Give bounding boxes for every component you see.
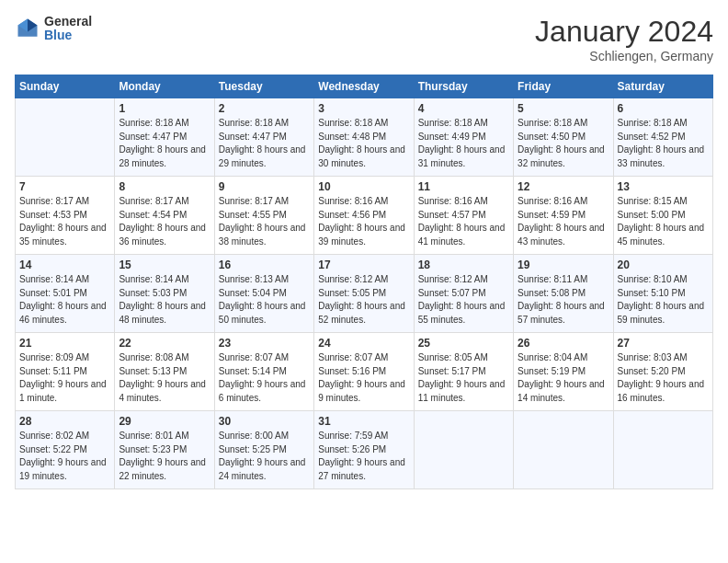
day-detail: Sunrise: 8:18 AMSunset: 4:52 PMDaylight:… — [618, 118, 705, 168]
day-number: 5 — [518, 102, 609, 115]
calendar-cell: 29Sunrise: 8:01 AMSunset: 5:23 PMDayligh… — [115, 411, 214, 489]
day-detail: Sunrise: 8:12 AMSunset: 5:05 PMDaylight:… — [318, 274, 405, 325]
calendar-cell: 3Sunrise: 8:18 AMSunset: 4:48 PMDaylight… — [314, 98, 414, 177]
day-number: 10 — [318, 180, 409, 193]
day-number: 2 — [219, 102, 310, 115]
calendar-table: SundayMondayTuesdayWednesdayThursdayFrid… — [15, 75, 713, 489]
day-number: 8 — [119, 180, 210, 193]
calendar-week-5: 28Sunrise: 8:02 AMSunset: 5:22 PMDayligh… — [16, 411, 713, 489]
title-area: January 2024 Schliengen, Germany — [535, 15, 713, 63]
day-detail: Sunrise: 8:17 AMSunset: 4:55 PMDaylight:… — [219, 196, 306, 247]
calendar-cell: 10Sunrise: 8:16 AMSunset: 4:56 PMDayligh… — [314, 177, 414, 255]
day-number: 20 — [618, 259, 709, 271]
calendar-cell — [16, 98, 115, 177]
calendar-cell: 24Sunrise: 8:07 AMSunset: 5:16 PMDayligh… — [314, 333, 414, 411]
calendar-cell: 1Sunrise: 8:18 AMSunset: 4:47 PMDaylight… — [115, 98, 214, 177]
day-number: 12 — [518, 180, 609, 193]
day-detail: Sunrise: 8:13 AMSunset: 5:04 PMDaylight:… — [219, 274, 306, 325]
day-number: 1 — [119, 102, 210, 115]
calendar-cell: 21Sunrise: 8:09 AMSunset: 5:11 PMDayligh… — [16, 333, 115, 411]
calendar-cell: 7Sunrise: 8:17 AMSunset: 4:53 PMDaylight… — [16, 177, 115, 255]
day-number: 13 — [618, 180, 709, 193]
calendar-cell: 27Sunrise: 8:03 AMSunset: 5:20 PMDayligh… — [613, 333, 712, 411]
header-cell-monday: Monday — [115, 75, 214, 98]
day-detail: Sunrise: 8:16 AMSunset: 4:57 PMDaylight:… — [418, 196, 506, 247]
day-detail: Sunrise: 8:15 AMSunset: 5:00 PMDaylight:… — [618, 196, 705, 247]
day-detail: Sunrise: 8:14 AMSunset: 5:03 PMDaylight:… — [119, 274, 206, 325]
calendar-cell — [613, 411, 712, 489]
calendar-cell: 20Sunrise: 8:10 AMSunset: 5:10 PMDayligh… — [613, 255, 712, 333]
calendar-cell: 11Sunrise: 8:16 AMSunset: 4:57 PMDayligh… — [414, 177, 513, 255]
day-detail: Sunrise: 8:03 AMSunset: 5:20 PMDaylight:… — [618, 352, 705, 403]
day-detail: Sunrise: 8:07 AMSunset: 5:16 PMDaylight:… — [318, 352, 405, 403]
day-number: 7 — [19, 180, 110, 193]
day-number: 15 — [119, 259, 210, 271]
header: General Blue January 2024 Schliengen, Ge… — [15, 15, 713, 63]
logo: General Blue — [15, 15, 92, 43]
day-number: 6 — [618, 102, 709, 115]
calendar-cell: 31Sunrise: 7:59 AMSunset: 5:26 PMDayligh… — [314, 411, 414, 489]
calendar-cell: 18Sunrise: 8:12 AMSunset: 5:07 PMDayligh… — [414, 255, 513, 333]
calendar-cell: 16Sunrise: 8:13 AMSunset: 5:04 PMDayligh… — [214, 255, 313, 333]
day-detail: Sunrise: 8:17 AMSunset: 4:53 PMDaylight:… — [19, 196, 107, 247]
day-number: 9 — [219, 180, 310, 193]
day-detail: Sunrise: 8:18 AMSunset: 4:47 PMDaylight:… — [219, 118, 306, 168]
header-row: SundayMondayTuesdayWednesdayThursdayFrid… — [16, 75, 713, 98]
header-cell-wednesday: Wednesday — [314, 75, 414, 98]
calendar-cell: 23Sunrise: 8:07 AMSunset: 5:14 PMDayligh… — [214, 333, 313, 411]
logo-icon — [15, 16, 40, 41]
calendar-cell: 25Sunrise: 8:05 AMSunset: 5:17 PMDayligh… — [414, 333, 513, 411]
day-detail: Sunrise: 8:18 AMSunset: 4:49 PMDaylight:… — [418, 118, 506, 168]
calendar-cell: 6Sunrise: 8:18 AMSunset: 4:52 PMDaylight… — [613, 98, 712, 177]
day-detail: Sunrise: 8:00 AMSunset: 5:25 PMDaylight:… — [219, 431, 306, 481]
day-number: 22 — [119, 337, 210, 350]
calendar-cell: 19Sunrise: 8:11 AMSunset: 5:08 PMDayligh… — [514, 255, 613, 333]
day-number: 25 — [418, 337, 509, 350]
calendar-cell: 12Sunrise: 8:16 AMSunset: 4:59 PMDayligh… — [514, 177, 613, 255]
header-cell-saturday: Saturday — [613, 75, 712, 98]
day-detail: Sunrise: 8:07 AMSunset: 5:14 PMDaylight:… — [219, 352, 306, 403]
day-detail: Sunrise: 8:11 AMSunset: 5:08 PMDaylight:… — [518, 274, 605, 325]
day-number: 21 — [19, 337, 110, 350]
day-number: 28 — [19, 415, 110, 428]
day-detail: Sunrise: 7:59 AMSunset: 5:26 PMDaylight:… — [318, 431, 405, 481]
logo-text: General Blue — [44, 15, 92, 43]
day-detail: Sunrise: 8:04 AMSunset: 5:19 PMDaylight:… — [518, 352, 605, 403]
calendar-cell: 30Sunrise: 8:00 AMSunset: 5:25 PMDayligh… — [214, 411, 313, 489]
day-number: 18 — [418, 259, 509, 271]
calendar-cell: 8Sunrise: 8:17 AMSunset: 4:54 PMDaylight… — [115, 177, 214, 255]
calendar-cell — [414, 411, 513, 489]
day-number: 19 — [518, 259, 609, 271]
logo-blue-text: Blue — [44, 29, 92, 42]
day-number: 16 — [219, 259, 310, 271]
day-detail: Sunrise: 8:01 AMSunset: 5:23 PMDaylight:… — [119, 431, 206, 481]
day-number: 27 — [618, 337, 709, 350]
day-number: 14 — [19, 259, 110, 271]
day-number: 17 — [318, 259, 409, 271]
day-detail: Sunrise: 8:05 AMSunset: 5:17 PMDaylight:… — [418, 352, 506, 403]
calendar-cell: 14Sunrise: 8:14 AMSunset: 5:01 PMDayligh… — [16, 255, 115, 333]
calendar-cell: 22Sunrise: 8:08 AMSunset: 5:13 PMDayligh… — [115, 333, 214, 411]
day-number: 31 — [318, 415, 409, 428]
month-title: January 2024 — [535, 15, 713, 49]
calendar-cell: 5Sunrise: 8:18 AMSunset: 4:50 PMDaylight… — [514, 98, 613, 177]
calendar-cell: 28Sunrise: 8:02 AMSunset: 5:22 PMDayligh… — [16, 411, 115, 489]
day-detail: Sunrise: 8:08 AMSunset: 5:13 PMDaylight:… — [119, 352, 206, 403]
logo-general-text: General — [44, 15, 92, 29]
day-detail: Sunrise: 8:09 AMSunset: 5:11 PMDaylight:… — [19, 352, 107, 403]
day-detail: Sunrise: 8:12 AMSunset: 5:07 PMDaylight:… — [418, 274, 506, 325]
calendar-week-3: 14Sunrise: 8:14 AMSunset: 5:01 PMDayligh… — [16, 255, 713, 333]
calendar-week-1: 1Sunrise: 8:18 AMSunset: 4:47 PMDaylight… — [16, 98, 713, 177]
calendar-cell: 4Sunrise: 8:18 AMSunset: 4:49 PMDaylight… — [414, 98, 513, 177]
day-detail: Sunrise: 8:18 AMSunset: 4:47 PMDaylight:… — [119, 118, 206, 168]
calendar-cell: 9Sunrise: 8:17 AMSunset: 4:55 PMDaylight… — [214, 177, 313, 255]
location-subtitle: Schliengen, Germany — [535, 49, 713, 63]
header-cell-tuesday: Tuesday — [214, 75, 313, 98]
header-cell-friday: Friday — [514, 75, 613, 98]
day-detail: Sunrise: 8:18 AMSunset: 4:50 PMDaylight:… — [518, 118, 605, 168]
calendar-cell: 15Sunrise: 8:14 AMSunset: 5:03 PMDayligh… — [115, 255, 214, 333]
day-number: 30 — [219, 415, 310, 428]
calendar-cell: 26Sunrise: 8:04 AMSunset: 5:19 PMDayligh… — [514, 333, 613, 411]
header-cell-thursday: Thursday — [414, 75, 513, 98]
day-detail: Sunrise: 8:02 AMSunset: 5:22 PMDaylight:… — [19, 431, 107, 481]
